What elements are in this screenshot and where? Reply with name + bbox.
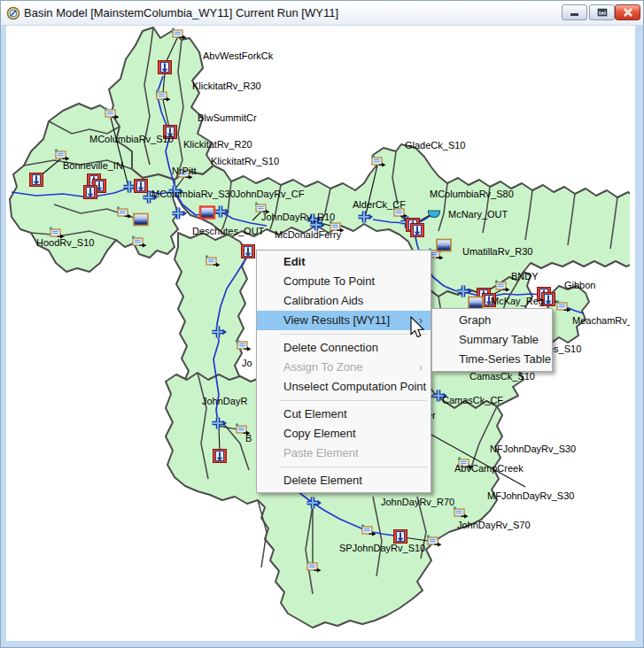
- map-label: MColumbiaRv_S80: [430, 189, 514, 199]
- red-node-icon[interactable]: [159, 61, 172, 74]
- map-label: KlickitatRv_R20: [183, 139, 252, 150]
- map-label: KlickitatRv_S10: [211, 156, 279, 166]
- close-button[interactable]: [615, 4, 640, 20]
- red-node-icon[interactable]: [135, 180, 148, 193]
- map-label: Gibbon: [564, 280, 595, 290]
- map-label: McNary_OUT: [448, 209, 508, 220]
- map-label: JohnDayRv_R70: [381, 497, 454, 507]
- menu-item-time-series-table[interactable]: Time-Series Table: [432, 350, 552, 369]
- menu-item-copy-element[interactable]: Copy Element: [257, 424, 431, 444]
- map-label: MFJohnDayRv_S30: [487, 490, 574, 501]
- map-label: NFJohnDayRv_S30: [490, 444, 576, 454]
- map-label: UmatillaRv_R30: [462, 246, 532, 257]
- context-menu: EditCompute To PointCalibration AidsView…: [256, 250, 431, 493]
- basin-model-window: Basin Model [MainstemColumbia_WY11] Curr…: [0, 0, 644, 648]
- menu-item-cut-element[interactable]: Cut Element: [257, 405, 431, 424]
- map-label: MColumbiaRv_S10: [89, 134, 174, 144]
- map-label: AlderCk_CF: [353, 199, 406, 210]
- map-label: AbvCampCreek: [454, 463, 524, 474]
- menu-item-summary-table[interactable]: Summary Table: [432, 330, 552, 350]
- reservoir-icon[interactable]: [437, 240, 451, 251]
- submenu-arrow-icon: ›: [419, 311, 423, 330]
- sink-icon[interactable]: [429, 211, 440, 218]
- minimize-button[interactable]: [562, 4, 587, 20]
- menu-item-view-results[interactable]: View Results [WY11]›: [257, 311, 431, 330]
- map-label: CamasCk_S10: [469, 371, 535, 382]
- map-label: AbvWestForkCk: [203, 50, 274, 61]
- menu-item-compute-to-point[interactable]: Compute To Point: [257, 272, 431, 291]
- map-label: B: [245, 433, 252, 444]
- map-label: McDonaldFerry: [275, 229, 342, 240]
- menu-separator: [280, 467, 427, 467]
- map-label: Deschutes_OUT: [192, 226, 265, 236]
- window-title-bar: Basin Model [MainstemColumbia_WY11] Curr…: [1, 1, 643, 26]
- reservoir-icon[interactable]: [469, 297, 483, 309]
- map-label: JohnDayRv_R10: [261, 212, 335, 222]
- window-title: Basin Model [MainstemColumbia_WY11] Curr…: [24, 1, 338, 25]
- maximize-button[interactable]: [589, 4, 615, 20]
- map-label: GladeCk_S10: [405, 140, 466, 150]
- map-label: McKay_Reg: [491, 296, 544, 306]
- menu-item-edit[interactable]: Edit: [257, 252, 431, 272]
- menu-separator: [280, 400, 427, 401]
- map-label: BlwSummitCr: [198, 112, 257, 123]
- reservoir-red-icon[interactable]: [200, 207, 214, 219]
- map-label: JohnDayRv_S70: [457, 520, 531, 530]
- map-label: Bonneville_IN: [63, 160, 123, 171]
- red-node-icon[interactable]: [411, 224, 424, 237]
- map-label: MColumbiaRv_S30JohnDayRv_CF: [151, 189, 305, 199]
- red-node-icon[interactable]: [84, 186, 97, 199]
- map-label: BNDY: [511, 271, 539, 282]
- map-label: JohnDayR: [202, 396, 247, 406]
- view-results-submenu: GraphSummary TableTime-Series Table: [431, 308, 553, 372]
- red-node-icon[interactable]: [394, 530, 407, 544]
- map-label: HoodRv_S10: [36, 237, 94, 248]
- map-label: es_S10: [548, 343, 581, 354]
- menu-item-assign-to-zone: Assign To Zone›: [257, 358, 431, 377]
- menu-item-graph[interactable]: Graph: [432, 311, 552, 330]
- menu-item-delete-connection[interactable]: Delete Connection: [257, 338, 431, 358]
- red-node-icon[interactable]: [213, 450, 227, 463]
- map-label: NrPitt: [172, 166, 197, 176]
- menu-item-unselect-computation-point[interactable]: Unselect Computation Point: [257, 377, 431, 397]
- map-label: SPJohnDayRv_S10: [339, 543, 425, 553]
- red-node-icon[interactable]: [30, 174, 43, 187]
- map-label: Jo: [242, 358, 252, 368]
- submenu-arrow-icon: ›: [419, 358, 423, 377]
- reservoir-icon[interactable]: [134, 214, 148, 226]
- basin-model-icon: [6, 6, 20, 20]
- menu-item-delete-element[interactable]: Delete Element: [257, 471, 431, 490]
- map-label: KlickitatRv_R30: [192, 81, 261, 91]
- menu-item-paste-element: Paste Element: [257, 444, 431, 463]
- menu-separator: [280, 334, 427, 335]
- map-label: CamasCk_CF: [442, 395, 503, 405]
- menu-item-calibration-aids[interactable]: Calibration Aids: [257, 291, 431, 311]
- map-label: MeachamRv_S10: [572, 315, 644, 326]
- red-node-icon[interactable]: [242, 245, 255, 258]
